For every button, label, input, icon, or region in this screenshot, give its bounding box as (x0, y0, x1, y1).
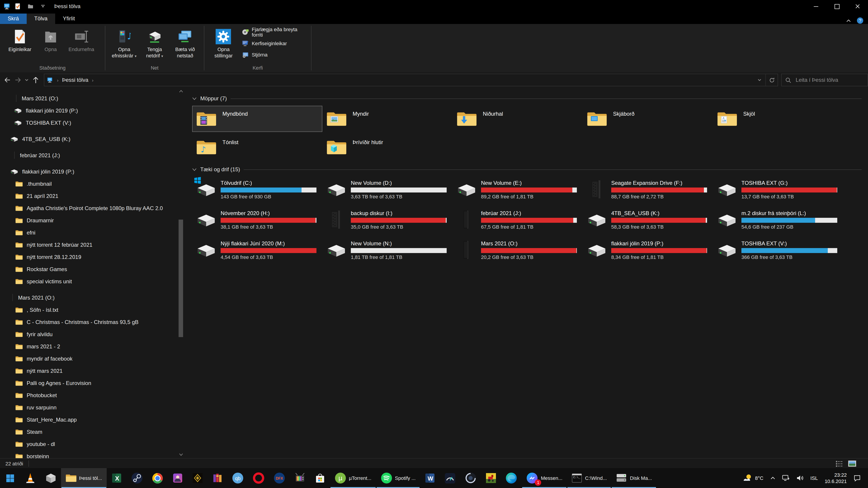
breadcrumb-bar[interactable]: › Þessi tölva › (44, 74, 778, 86)
taskbar-app-edge[interactable] (501, 468, 522, 488)
sidebar-item[interactable]: flakkari jólin 2019 (P:) (0, 165, 184, 177)
folder-tile[interactable]: Myndir (322, 106, 453, 132)
up-icon[interactable] (31, 74, 41, 86)
qat-customize-chevron-icon[interactable] (39, 2, 47, 10)
taskbar-app-cmd[interactable]: C:\_C:\Wind... (567, 468, 612, 488)
tray-overflow-chevron-icon[interactable] (768, 476, 777, 480)
volume-tray-icon[interactable] (795, 475, 805, 481)
sidebar-item[interactable]: special victims unit (0, 275, 184, 287)
sidebar-item[interactable]: ruv sarpuinn (0, 401, 184, 414)
taskbar-app-steam[interactable] (127, 468, 147, 488)
breadcrumb[interactable]: Þessi tölva (59, 74, 91, 86)
sidebar-item[interactable]: , Söfn - ísl.txt (0, 304, 184, 316)
sidebar-item[interactable]: fyrir alvildu (0, 328, 184, 340)
large-icons-view-icon[interactable] (848, 460, 856, 467)
drive-tile[interactable]: backup diskur (I:)35,0 GB free of 3,63 T… (322, 207, 453, 232)
taskbar-app-opera[interactable] (248, 468, 269, 488)
drive-tile[interactable]: m.2 diskur frá steinþóri (L:)54,6 GB fre… (713, 207, 843, 232)
folder-tile[interactable]: Niðurhal (453, 106, 583, 132)
uninstall-program-button[interactable]: Fjarlægja eða breyta forriti (242, 28, 307, 37)
breadcrumb-pc-icon[interactable] (44, 74, 56, 86)
sidebar-item[interactable]: Palli og Agnes - Eurovision (0, 377, 184, 389)
maximize-button[interactable] (827, 0, 847, 13)
taskbar-app-spotify[interactable]: Spotify ... (376, 468, 420, 488)
rename-button[interactable]: Endurnefna (66, 27, 97, 55)
sidebar-item[interactable]: Start_Here_Mac.app (0, 414, 184, 426)
sidebar-item[interactable]: Draumarnir (0, 214, 184, 226)
tab-file[interactable]: Skrá (0, 13, 26, 24)
language-indicator[interactable]: ISL (809, 475, 819, 481)
taskbar-app-farming[interactable] (481, 468, 501, 488)
drive-tile[interactable]: Tölvudrif (C:)143 GB free of 930 GB (192, 177, 322, 202)
sidebar-item[interactable]: youtube - dl (0, 438, 184, 450)
refresh-icon[interactable] (765, 74, 778, 86)
taskbar-app-chrome[interactable] (147, 468, 168, 488)
folders-section-header[interactable]: Möppur (7) (192, 94, 868, 103)
open-button[interactable]: Opna (35, 27, 66, 55)
taskbar-app-qbittorrent[interactable]: qb (227, 468, 248, 488)
search-box[interactable] (781, 74, 868, 86)
sidebar-item[interactable]: flakkari jólin 2019 (P:) (0, 104, 184, 117)
forward-icon[interactable] (12, 74, 23, 86)
sidebar-item[interactable]: þorsteinn (0, 450, 184, 458)
properties-button[interactable]: Eiginleikar (4, 27, 35, 55)
drive-tile[interactable]: febrúar 2021 (J:)67,5 GB free of 1,81 TB (453, 207, 583, 232)
drive-tile[interactable]: New Volume (E:)89,2 GB free of 1,81 TB (453, 177, 583, 202)
taskbar-app-speedtest[interactable] (440, 468, 460, 488)
drives-section-header[interactable]: Tæki og drif (15) (192, 165, 868, 174)
new-folder-qat-icon[interactable] (26, 2, 34, 10)
sidebar-item[interactable]: Steam (0, 426, 184, 438)
sidebar-item[interactable]: Agatha Christie's Poirot Complete 1080p … (0, 202, 184, 214)
taskbar-app-cinema4d[interactable] (460, 468, 481, 488)
map-network-drive-button[interactable]: Tengja netdrif ▾ (141, 27, 169, 61)
taskbar-app-explorer[interactable]: Þessi töl... (61, 468, 107, 488)
folder-tile[interactable]: ♪Tónlist (192, 134, 322, 160)
scroll-up-icon[interactable] (177, 88, 184, 95)
sidebar-item[interactable]: Mars 2021 (O:) (0, 291, 184, 304)
sidebar-item[interactable]: mars 2021 - 2 (0, 340, 184, 352)
network-tray-icon[interactable] (780, 475, 792, 481)
taskbar-app-game[interactable] (188, 468, 208, 488)
folder-tile[interactable]: Skjáborð (583, 106, 713, 132)
taskbar-app-messenger[interactable]: 1Messen... (522, 468, 567, 488)
taskbar-app-dfx[interactable]: DFX (269, 468, 290, 488)
taskbar-app-winrar[interactable] (208, 468, 227, 488)
taskbar-app-excel[interactable]: X (107, 468, 127, 488)
sidebar-item[interactable]: 21 apríl 2021 (0, 190, 184, 202)
taskbar-app-word[interactable]: W (420, 468, 440, 488)
taskbar-app-store[interactable] (310, 468, 330, 488)
drive-tile[interactable]: 4TB_SEA_USB (K:)58,3 GB free of 3,63 TB (583, 207, 713, 232)
weather-tray-item[interactable]: 8°C (741, 474, 765, 482)
drive-tile[interactable]: Mars 2021 (O:)20,2 GB free of 3,63 TB (453, 237, 583, 263)
details-view-icon[interactable] (836, 461, 843, 466)
sidebar-item[interactable]: febrúar 2021 (J:) (0, 149, 184, 161)
search-input[interactable] (795, 76, 864, 84)
scrollbar-thumb[interactable] (179, 220, 183, 337)
sidebar-item[interactable]: Photobucket (0, 389, 184, 401)
sidebar-item[interactable]: .thumbnail (0, 177, 184, 190)
action-center-icon[interactable] (852, 475, 863, 482)
taskbar-app-diskmgmt[interactable]: Disk Ma... (612, 468, 657, 488)
drive-tile[interactable]: Nóvember 2020 (H:)38,1 GB free of 3,63 T… (192, 207, 322, 232)
drive-tile[interactable]: flakkari jólin 2019 (P:)8,34 GB free of … (583, 237, 713, 263)
manage-button[interactable]: Stjórna (242, 50, 307, 59)
drive-tile[interactable]: TOSHIBA EXT (G:)13,7 GB free of 3,63 TB (713, 177, 843, 202)
close-button[interactable] (847, 0, 868, 13)
taskbar-app-photos[interactable] (168, 468, 188, 488)
drive-tile[interactable]: New Volume (D:)3,63 TB free of 3,63 TB (322, 177, 453, 202)
drive-tile[interactable]: Nýji flakkari Júní 2020 (M:)4,54 GB free… (192, 237, 322, 263)
back-icon[interactable] (2, 74, 12, 86)
sidebar-item[interactable]: efni (0, 226, 184, 238)
drive-tile[interactable]: TOSHIBA EXT (V:)366 GB free of 3,63 TB (713, 237, 843, 263)
sidebar-item[interactable]: Rockstar Games (0, 263, 184, 275)
taskbar-app-vlc[interactable] (20, 468, 41, 488)
sidebar-item[interactable]: myndir af facebook (0, 352, 184, 365)
taskbar-app-utorrent[interactable]: µµTorrent... (330, 468, 376, 488)
open-settings-button[interactable]: Opna stillingar (209, 27, 238, 61)
help-icon[interactable]: ? (857, 17, 864, 24)
media-server-button[interactable]: ♪ Opna efnisskrár ▾ (110, 27, 138, 61)
properties-qat-icon[interactable] (13, 2, 22, 10)
tab-view[interactable]: Yfirlit (55, 13, 83, 24)
scroll-down-icon[interactable] (177, 451, 184, 458)
sidebar-item[interactable]: nýtt mars 2021 (0, 365, 184, 377)
